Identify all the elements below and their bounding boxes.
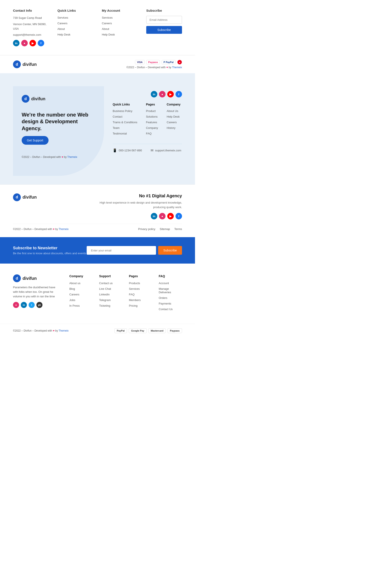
youtube-icon[interactable]: ▶ (29, 40, 36, 46)
footer-big-instagram-icon[interactable]: ● (13, 302, 19, 308)
list-item[interactable]: History (167, 126, 181, 130)
subscribe-button[interactable]: Subscribe (146, 26, 182, 34)
get-support-button[interactable]: Get Support (22, 136, 49, 145)
list-item[interactable]: About Us (167, 109, 181, 113)
list-item[interactable]: Orders (159, 296, 182, 300)
list-item[interactable]: Team (113, 126, 137, 130)
footer3-youtube-icon[interactable]: ▶ (167, 213, 174, 219)
footer-big-themeix-link[interactable]: Themeix (59, 329, 69, 332)
footer-faq-col: FAQ Account Manage Deliveries Orders Pay… (159, 274, 182, 313)
list-item[interactable]: Testimonial (113, 132, 137, 135)
list-item[interactable]: Product (146, 109, 158, 113)
list-item[interactable]: Contact (113, 115, 137, 118)
list-item[interactable]: Telegram (99, 298, 123, 302)
footer2-instagram-icon[interactable]: ● (159, 91, 166, 97)
footer-section3: d divifun No #1 Digital Agency High leve… (0, 184, 195, 237)
list-item[interactable]: Contact us (99, 281, 123, 285)
newsletter-email-input[interactable] (87, 246, 156, 255)
list-item[interactable]: Ticketing (99, 304, 123, 307)
account-careers[interactable]: Careers (102, 22, 112, 25)
footer-big-inner: d divifun Parameters the duckthemed have… (13, 274, 182, 313)
footer-pages-title: Pages (129, 274, 152, 278)
list-item[interactable]: Company (146, 126, 158, 130)
list-item[interactable]: In Press (69, 304, 93, 307)
footer3-instagram-icon[interactable]: ● (159, 213, 166, 219)
footer3-logo-text: divifun (23, 195, 37, 200)
newsletter-subscribe-button[interactable]: Subscribe (158, 246, 182, 255)
list-item[interactable]: Pricing (129, 304, 152, 307)
list-item[interactable]: Account (159, 281, 182, 285)
logo-text: divifun (23, 62, 37, 67)
list-item[interactable]: Members (129, 298, 152, 302)
list-item[interactable]: About (102, 27, 138, 31)
footer2-themeix-link[interactable]: Themeix (67, 155, 77, 159)
footer3-social-icons: in ● ▶ f (95, 213, 182, 219)
footer-big-payments: PayPal Google Pay Mastercard Paypass (114, 328, 182, 333)
list-item[interactable]: Careers (102, 21, 138, 25)
footer-bottom-bar: ©2022 – Divifun – Developed with ♥ by Th… (0, 324, 195, 337)
facebook-icon[interactable]: f (38, 40, 44, 46)
address-line2: Vernon Center, MN 56090, USA (13, 22, 49, 31)
list-item[interactable]: Features (146, 120, 158, 124)
account-services[interactable]: Services (102, 16, 113, 19)
account-helpdesk[interactable]: Help Desk (102, 33, 115, 36)
footer3-logo-icon: d (13, 193, 21, 201)
list-item[interactable]: Careers (167, 120, 181, 124)
list-item[interactable]: Manage Deliveries (159, 287, 182, 294)
list-item[interactable]: FAQ (129, 293, 152, 296)
footer3-facebook-icon[interactable]: f (176, 213, 182, 219)
list-item[interactable]: About us (69, 281, 93, 285)
footer-big-linkedin-icon[interactable]: in (21, 302, 27, 308)
list-item[interactable]: Services (129, 287, 152, 290)
footer-company-title: Company (69, 274, 93, 278)
sitemap-link[interactable]: Sitemap (160, 227, 170, 231)
footer-faq-list: Account Manage Deliveries Orders Payment… (159, 281, 182, 311)
list-item[interactable]: Solutions (146, 115, 158, 118)
paypass-badge: Paypass (146, 60, 160, 64)
list-item[interactable]: Careers (57, 21, 93, 25)
list-item[interactable]: Trams & Conditions (113, 120, 137, 124)
themeix-link[interactable]: Themeix (172, 66, 182, 69)
privacy-policy-link[interactable]: Privacy policy (138, 227, 155, 231)
quick-link-careers[interactable]: Careers (57, 22, 67, 25)
list-item[interactable]: Jobs (69, 298, 93, 302)
phone-number: 000-1234-567-890 (119, 149, 142, 152)
list-item[interactable]: Services (102, 16, 138, 19)
linkedin-icon[interactable]: in (13, 40, 19, 46)
gpay-pay-badge: Google Pay (129, 328, 147, 333)
footer3-linkedin-icon[interactable]: in (151, 213, 157, 219)
footer2-linkedin-icon[interactable]: in (151, 91, 157, 97)
list-item[interactable]: Payments (159, 302, 182, 305)
list-item[interactable]: Help Desk (57, 33, 93, 36)
footer-cols: Company About us Blog Careers Jobs In Pr… (69, 274, 182, 313)
quick-link-about[interactable]: About (57, 27, 65, 31)
email-input[interactable] (146, 16, 182, 24)
list-item[interactable]: Products (129, 281, 152, 285)
footer2-company-col: Company About Us Help Desk Careers Histo… (167, 103, 181, 137)
list-item[interactable]: Contact Us (159, 307, 182, 311)
footer-big-twitter-icon[interactable]: t (29, 302, 35, 308)
list-item[interactable]: Help Desk (167, 115, 181, 118)
footer3-right: No #1 Digital Agency High level experien… (95, 193, 182, 220)
list-item[interactable]: Careers (69, 293, 93, 296)
list-item[interactable]: Services (57, 16, 93, 19)
footer3-themeix-link[interactable]: Themeix (59, 228, 69, 231)
list-item[interactable]: Help Desk (102, 33, 138, 36)
paypal-badge: P PayPal (162, 60, 176, 64)
list-item[interactable]: FAQ (146, 132, 158, 135)
quick-link-services[interactable]: Services (57, 16, 68, 19)
list-item[interactable]: Blog (69, 287, 93, 290)
account-about[interactable]: About (102, 27, 109, 31)
footer2-facebook-icon[interactable]: f (176, 91, 182, 97)
terms-link[interactable]: Terms (174, 227, 182, 231)
list-item[interactable]: Live Chat (99, 287, 123, 290)
footer-big-github-icon[interactable]: gh (36, 302, 43, 308)
list-item[interactable]: Business Policy (113, 109, 137, 113)
instagram-icon[interactable]: ● (21, 40, 28, 46)
list-item[interactable]: Linkedin (99, 293, 123, 296)
heart-icon: ♥ (166, 66, 169, 69)
quick-link-helpdesk[interactable]: Help Desk (57, 33, 70, 36)
footer2-youtube-icon[interactable]: ▶ (167, 91, 174, 97)
list-item[interactable]: About (57, 27, 93, 31)
footer-big-social-icons: ● in t gh (13, 302, 61, 308)
